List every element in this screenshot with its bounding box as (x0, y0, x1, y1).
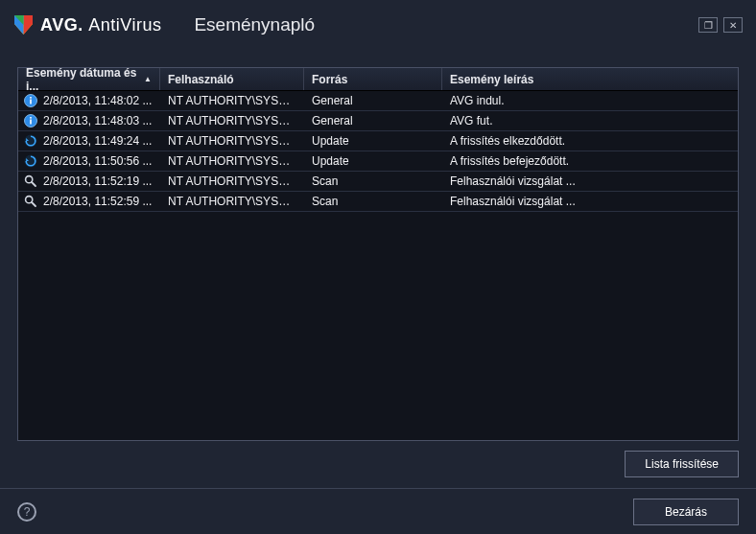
brand-text: AVG. AntiVirus (40, 15, 161, 35)
refresh-list-button[interactable]: Lista frissítése (625, 451, 739, 477)
cell-description: Felhasználói vizsgálat ... (442, 195, 738, 208)
cell-date: 2/8/2013, 11:52:59 ... (18, 195, 160, 208)
page-title: Eseménynapló (194, 14, 315, 35)
cell-date-text: 2/8/2013, 11:48:03 ... (43, 114, 152, 128)
cell-description: AVG indul. (442, 94, 738, 107)
content-area: Esemény dátuma és i... Felhasználó Forrá… (0, 50, 756, 441)
table-body: 2/8/2013, 11:48:02 ...NT AUTHORITY\SYSTE… (18, 91, 738, 212)
titlebar: AVG. AntiVirus Eseménynapló ❐ ✕ (0, 0, 756, 50)
column-header-date[interactable]: Esemény dátuma és i... (18, 68, 160, 90)
cell-source: Scan (304, 195, 442, 208)
cell-date: 2/8/2013, 11:48:03 ... (18, 114, 160, 128)
table-row[interactable]: 2/8/2013, 11:50:56 ...NT AUTHORITY\SYSTE… (18, 151, 738, 172)
window-controls: ❐ ✕ (698, 17, 743, 33)
cell-date-text: 2/8/2013, 11:49:24 ... (43, 134, 152, 148)
table-row[interactable]: 2/8/2013, 11:52:59 ...NT AUTHORITY\SYSTE… (18, 192, 738, 212)
cell-source: Scan (304, 174, 442, 188)
update-icon (24, 134, 37, 148)
cell-date-text: 2/8/2013, 11:48:02 ... (43, 94, 152, 107)
brand-block: AVG. AntiVirus (13, 14, 161, 35)
cell-user: NT AUTHORITY\SYSTEM (160, 154, 304, 168)
cell-source: General (304, 114, 442, 128)
maximize-button[interactable]: ❐ (698, 17, 718, 33)
cell-date-text: 2/8/2013, 11:52:59 ... (43, 195, 152, 208)
cell-user: NT AUTHORITY\SYSTEM (160, 174, 304, 188)
event-table: Esemény dátuma és i... Felhasználó Forrá… (17, 67, 739, 441)
help-icon[interactable]: ? (17, 502, 36, 522)
info-icon (24, 94, 37, 107)
cell-description: A frissítés elkezdődött. (442, 134, 738, 148)
cell-date-text: 2/8/2013, 11:52:19 ... (43, 174, 152, 188)
cell-source: Update (304, 154, 442, 168)
scan-icon (24, 195, 37, 208)
close-button[interactable]: Bezárás (633, 499, 739, 525)
cell-date: 2/8/2013, 11:49:24 ... (18, 134, 160, 148)
info-icon (24, 114, 37, 128)
cell-date: 2/8/2013, 11:50:56 ... (18, 154, 160, 168)
cell-description: A frissítés befejeződött. (442, 154, 738, 168)
table-row[interactable]: 2/8/2013, 11:49:24 ...NT AUTHORITY\SYSTE… (18, 131, 738, 151)
column-header-description[interactable]: Esemény leírás (442, 68, 738, 90)
cell-user: NT AUTHORITY\SYSTEM (160, 114, 304, 128)
avg-logo-icon (13, 14, 35, 35)
table-header: Esemény dátuma és i... Felhasználó Forrá… (18, 68, 738, 91)
cell-description: AVG fut. (442, 114, 738, 128)
footer-row: Lista frissítése (0, 441, 756, 477)
cell-date-text: 2/8/2013, 11:50:56 ... (43, 154, 152, 168)
brand-product: AntiVirus (88, 15, 161, 35)
cell-user: NT AUTHORITY\SYSTEM (160, 195, 304, 208)
scan-icon (24, 174, 37, 188)
cell-user: NT AUTHORITY\SYSTEM (160, 94, 304, 107)
cell-user: NT AUTHORITY\SYSTEM (160, 134, 304, 148)
cell-date: 2/8/2013, 11:48:02 ... (18, 94, 160, 107)
cell-description: Felhasználói vizsgálat ... (442, 174, 738, 188)
table-row[interactable]: 2/8/2013, 11:48:03 ...NT AUTHORITY\SYSTE… (18, 111, 738, 131)
cell-date: 2/8/2013, 11:52:19 ... (18, 174, 160, 188)
brand-name: AVG (40, 15, 78, 35)
cell-source: General (304, 94, 442, 107)
table-row[interactable]: 2/8/2013, 11:52:19 ...NT AUTHORITY\SYSTE… (18, 172, 738, 192)
close-window-button[interactable]: ✕ (723, 17, 743, 33)
cell-source: Update (304, 134, 442, 148)
column-header-user[interactable]: Felhasználó (160, 68, 304, 90)
bottom-bar: ? Bezárás (0, 488, 756, 534)
table-row[interactable]: 2/8/2013, 11:48:02 ...NT AUTHORITY\SYSTE… (18, 91, 738, 111)
column-header-source[interactable]: Forrás (304, 68, 442, 90)
update-icon (24, 154, 37, 168)
